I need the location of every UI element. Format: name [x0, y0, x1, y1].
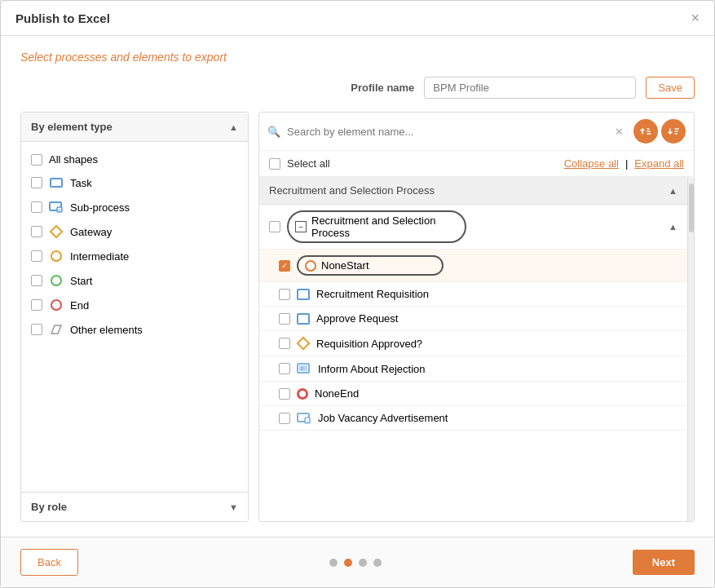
- process-items-container: Recruitment and Selection Process ▲ − Re…: [259, 177, 687, 521]
- sort-asc-button[interactable]: [633, 119, 658, 144]
- close-button[interactable]: ×: [691, 11, 700, 25]
- noneend-icon: [297, 388, 308, 400]
- dot-4: [373, 559, 382, 567]
- dialog-footer: Back Next: [1, 537, 714, 587]
- noneend-checkbox[interactable]: [279, 388, 290, 400]
- process-list-wrapper: Recruitment and Selection Process ▲ − Re…: [259, 177, 694, 521]
- noneend-label: NoneEnd: [315, 387, 359, 400]
- expand-all-button[interactable]: Expand all: [634, 157, 684, 170]
- recruitment-icon: [297, 289, 310, 300]
- filter-task[interactable]: Task: [21, 170, 248, 195]
- list-item-nonestart[interactable]: NoneStart: [259, 250, 687, 282]
- list-item-recruitment[interactable]: Recruitment Requisition: [259, 282, 687, 307]
- list-item-requisition[interactable]: Requisition Approved?: [259, 331, 687, 356]
- dot-3: [359, 559, 367, 567]
- pagination-dots: [329, 559, 382, 567]
- filter-start[interactable]: Start: [21, 268, 248, 293]
- filter-subprocess[interactable]: + Sub-process: [21, 195, 248, 219]
- subtitle-post: to export: [179, 51, 227, 64]
- search-row: 🔍 ✕: [259, 113, 694, 151]
- next-button[interactable]: Next: [633, 550, 695, 575]
- subprocess-checkbox[interactable]: [31, 201, 42, 213]
- end-label: End: [70, 299, 89, 312]
- scrollbar-thumb[interactable]: [689, 183, 694, 232]
- collapse-icon: ▲: [229, 122, 238, 132]
- svg-marker-3: [51, 325, 61, 334]
- all-shapes-label: All shapes: [49, 153, 98, 166]
- end-checkbox[interactable]: [31, 299, 42, 311]
- publish-to-excel-dialog: Publish to Excel × Select processes and …: [0, 0, 715, 588]
- start-icon: [49, 273, 64, 288]
- task-label: Task: [70, 177, 92, 189]
- other-icon: [49, 322, 64, 337]
- sort-desc-button[interactable]: [661, 119, 686, 144]
- by-role-label: By role: [31, 501, 67, 513]
- element-type-label: By element type: [31, 121, 113, 133]
- filter-other[interactable]: Other elements: [21, 317, 248, 342]
- process-group-header[interactable]: Recruitment and Selection Process ▲: [259, 177, 687, 205]
- subprocess-icon: +: [49, 200, 64, 214]
- all-shapes-checkbox[interactable]: [31, 154, 42, 166]
- nonestart-icon: [305, 260, 316, 272]
- recruitment-checkbox[interactable]: [279, 289, 290, 300]
- sort-buttons: [633, 119, 686, 144]
- save-button[interactable]: Save: [646, 77, 695, 99]
- list-item-inform[interactable]: S Inform About Rejection: [259, 356, 687, 382]
- left-panel: By element type ▲ All shapes Task: [20, 112, 249, 522]
- list-item-noneend[interactable]: NoneEnd: [259, 382, 687, 406]
- minus-icon: −: [295, 221, 307, 232]
- end-icon: [49, 298, 64, 312]
- requisition-checkbox[interactable]: [279, 338, 290, 349]
- clear-search-icon[interactable]: ✕: [615, 126, 624, 138]
- by-role-chevron: ▼: [229, 502, 238, 512]
- subtitle: Select processes and elements to export: [20, 51, 695, 64]
- start-label: Start: [70, 275, 92, 287]
- task-checkbox[interactable]: [31, 177, 42, 188]
- list-item-approve[interactable]: Approve Request: [259, 307, 687, 331]
- other-checkbox[interactable]: [31, 324, 42, 335]
- inform-checkbox[interactable]: [279, 363, 290, 374]
- right-panel: 🔍 ✕: [258, 112, 695, 522]
- intermediate-checkbox[interactable]: [31, 250, 42, 262]
- gateway-icon: [49, 224, 64, 239]
- subprocess-label: Sub-process: [70, 201, 130, 214]
- back-button[interactable]: Back: [20, 549, 78, 576]
- by-role-section[interactable]: By role ▼: [21, 492, 248, 521]
- profile-input[interactable]: [424, 77, 636, 99]
- parent-item-checkbox[interactable]: [269, 221, 280, 232]
- select-all-label: Select all: [287, 157, 330, 170]
- filter-gateway[interactable]: Gateway: [21, 219, 248, 244]
- search-input[interactable]: [287, 126, 608, 138]
- nonestart-checkbox[interactable]: [279, 260, 290, 272]
- dot-1: [329, 559, 338, 567]
- select-all-checkbox[interactable]: [269, 158, 280, 170]
- process-group-label: Recruitment and Selection Process: [269, 184, 435, 197]
- nonestart-label: NoneStart: [321, 259, 369, 272]
- search-icon: 🔍: [267, 126, 280, 138]
- other-label: Other elements: [70, 324, 143, 336]
- intermediate-label: Intermediate: [70, 250, 129, 263]
- approve-icon: [297, 313, 310, 325]
- filter-end[interactable]: End: [21, 293, 248, 317]
- process-parent-item[interactable]: − Recruitment and Selection Process ▲: [259, 205, 687, 250]
- start-checkbox[interactable]: [31, 275, 42, 286]
- job-checkbox[interactable]: [279, 413, 290, 424]
- profile-label: Profile name: [351, 82, 414, 94]
- list-item-job[interactable]: + Job Vacancy Advertisement: [259, 406, 687, 431]
- approve-label: Approve Request: [316, 312, 398, 325]
- approve-checkbox[interactable]: [279, 313, 290, 325]
- gateway-checkbox[interactable]: [31, 226, 42, 237]
- group-chevron-icon: ▲: [669, 186, 677, 196]
- recruitment-label: Recruitment Requisition: [316, 288, 429, 300]
- svg-text:S: S: [301, 366, 304, 371]
- divider: |: [625, 157, 628, 170]
- parent-chevron: ▲: [669, 222, 677, 232]
- parent-item-oval: − Recruitment and Selection Process: [287, 210, 466, 243]
- select-all-row: Select all Collapse all | Expand all: [259, 151, 694, 177]
- filter-all-shapes[interactable]: All shapes: [21, 148, 248, 170]
- inform-icon: S: [297, 362, 311, 375]
- filter-intermediate[interactable]: Intermediate: [21, 244, 248, 268]
- requisition-icon: [297, 337, 310, 350]
- gateway-label: Gateway: [70, 226, 112, 238]
- collapse-all-button[interactable]: Collapse all: [564, 157, 619, 170]
